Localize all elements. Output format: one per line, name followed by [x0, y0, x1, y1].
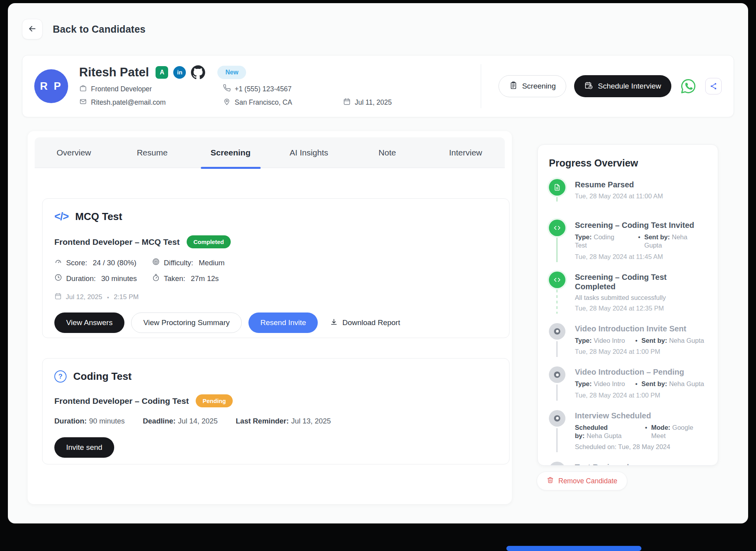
code-icon — [549, 220, 565, 236]
avatar: R P — [34, 69, 68, 103]
location-pin-icon — [223, 98, 231, 107]
view-answers-button[interactable]: View Answers — [54, 312, 124, 333]
timeline-item-resume-parsed: Resume Parsed Tue, 28 May 2024 at 11:00 … — [549, 180, 707, 200]
completed-status-badge: Completed — [187, 235, 231, 248]
pending-dot-icon — [549, 410, 565, 427]
app-window: Back to Candidates R P Ritesh Patel A in… — [8, 3, 748, 523]
download-icon — [330, 318, 338, 328]
timeline-item-coding-test-completed: Screening – Coding Test Completed All ta… — [549, 272, 707, 312]
mcq-actions: View Answers View Proctoring Summary Res… — [54, 312, 497, 333]
download-report-link[interactable]: Download Report — [330, 318, 400, 328]
top-bar: Back to Candidates — [22, 19, 146, 39]
arrow-left-icon — [28, 24, 37, 35]
target-icon — [152, 258, 160, 268]
timeline-item-video-invite-sent: Video Introduction Invite Sent Type:Vide… — [549, 324, 707, 355]
progress-overview-card: Progress Overview Resume Parsed Tue, 28 … — [537, 144, 718, 466]
tab-note[interactable]: Note — [348, 137, 426, 168]
active-tab-underline — [201, 167, 261, 169]
mcq-test-name: Frontend Developer – MCQ Test — [54, 237, 180, 247]
pending-dot-icon — [549, 366, 565, 383]
mcq-test-card: </> MCQ Test Frontend Developer – MCQ Te… — [42, 198, 510, 338]
back-button[interactable] — [22, 19, 43, 39]
share-icon[interactable] — [705, 78, 722, 94]
pending-dot-icon — [549, 323, 565, 340]
pending-dot-icon — [549, 462, 565, 466]
mcq-date-row: Jul 12, 2025 • 2:15 PM — [54, 292, 497, 302]
stat-duration: Duration:30 minutes — [54, 274, 152, 283]
coding-card-title: Coding Test — [73, 370, 132, 383]
gauge-icon — [54, 258, 62, 268]
resend-invite-button[interactable]: Resend Invite — [248, 312, 318, 333]
candidate-date: Jul 11, 2025 — [343, 98, 392, 107]
trash-icon — [547, 476, 554, 486]
schedule-interview-button[interactable]: Schedule Interview — [574, 75, 671, 97]
tab-screening[interactable]: Screening — [191, 137, 270, 168]
main-content-panel: Overview Resume Screening AI Insights No… — [28, 131, 512, 504]
tab-resume[interactable]: Resume — [113, 137, 191, 168]
mail-icon — [79, 98, 87, 107]
pending-status-badge: Pending — [196, 394, 232, 407]
tab-ai-insights[interactable]: AI Insights — [270, 137, 348, 168]
view-proctoring-summary-button[interactable]: View Proctoring Summary — [131, 312, 242, 333]
remove-candidate-button[interactable]: Remove Candidate — [537, 471, 627, 490]
coding-last-reminder: Last Reminder:Jul 13, 2025 — [236, 417, 331, 425]
candidate-name: Ritesh Patel — [79, 65, 149, 80]
stat-score: Score:24 / 30 (80%) — [54, 258, 152, 268]
progress-title: Progress Overview — [549, 157, 707, 169]
taskbar-accent-bar — [506, 546, 641, 551]
coding-test-card: ? Coding Test Frontend Developer – Codin… — [42, 358, 510, 464]
new-status-badge: New — [217, 66, 246, 79]
desktop-background: Back to Candidates R P Ritesh Patel A in… — [0, 0, 756, 551]
progress-timeline: Resume Parsed Tue, 28 May 2024 at 11:00 … — [549, 180, 707, 466]
linkedin-icon[interactable]: in — [173, 66, 186, 79]
header-actions: Screening Schedule Interview — [498, 75, 722, 97]
file-icon — [549, 179, 565, 196]
candidate-role: Frontend Developer — [79, 84, 223, 94]
timeline-item-test-reviewed: Test Reviewed — [549, 462, 707, 466]
page-title: Back to Candidates — [53, 24, 146, 35]
tab-bar: Overview Resume Screening AI Insights No… — [35, 137, 505, 168]
github-icon[interactable] — [191, 65, 205, 80]
candidate-phone: +1 (555) 123-4567 — [223, 84, 343, 94]
candidate-info: Ritesh Patel A in New Frontend Developer — [79, 65, 392, 107]
contact-grid: Frontend Developer +1 (555) 123-4567 Rit… — [79, 84, 392, 107]
invite-send-button[interactable]: Invite send — [54, 437, 114, 458]
calendar-clock-icon — [584, 81, 593, 92]
stat-difficulty: Difficulty:Medium — [152, 258, 225, 268]
coding-duration: Duration:90 minutes — [54, 417, 125, 425]
briefcase-icon — [79, 84, 87, 94]
coding-deadline: Deadline:Jul 14, 2025 — [143, 417, 218, 425]
whatsapp-icon[interactable] — [679, 77, 697, 95]
tab-interview[interactable]: Interview — [426, 137, 505, 168]
coding-meta: Duration:90 minutes Deadline:Jul 14, 202… — [54, 417, 497, 425]
grade-badge[interactable]: A — [156, 66, 168, 79]
tab-overview[interactable]: Overview — [35, 137, 113, 168]
stopwatch-icon — [152, 274, 160, 283]
header-divider — [481, 64, 481, 108]
candidate-location: San Francisco, CA — [223, 98, 343, 107]
clock-icon — [54, 274, 62, 283]
calendar-icon — [343, 98, 351, 107]
candidate-email: Ritesh.patel@email.com — [79, 98, 223, 107]
candidate-header-card: R P Ritesh Patel A in New Frontend Devel… — [22, 55, 734, 117]
calendar-icon — [54, 292, 62, 302]
timeline-item-interview-scheduled: Interview Scheduled Scheduled by:Neha Gu… — [549, 411, 707, 451]
coding-test-name: Frontend Developer – Coding Test — [54, 396, 189, 406]
timeline-item-coding-test-invited: Screening – Coding Test Invited Type:Cod… — [549, 220, 707, 261]
mcq-card-title: MCQ Test — [75, 211, 122, 223]
question-icon: ? — [54, 370, 67, 383]
screening-stage-button[interactable]: Screening — [498, 75, 567, 97]
code-icon: </> — [54, 211, 69, 223]
clipboard-icon — [509, 81, 518, 92]
mcq-stats: Score:24 / 30 (80%) Difficulty:Medium Du… — [54, 258, 497, 283]
phone-icon — [223, 84, 231, 94]
timeline-item-video-pending: Video Introduction – Pending Type:Video … — [549, 367, 707, 399]
stat-taken: Taken:27m 12s — [152, 274, 225, 283]
code-icon — [549, 272, 565, 288]
